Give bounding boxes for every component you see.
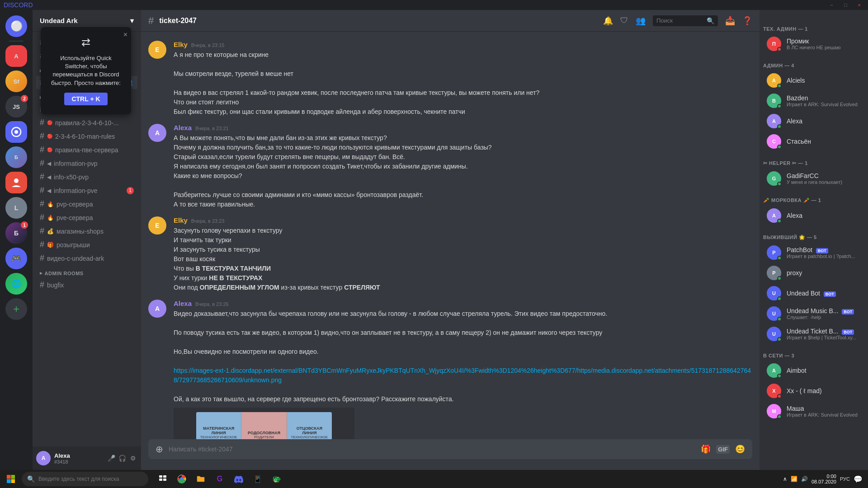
taskbar-app-discord[interactable] [230,470,248,488]
taskbar-search-input[interactable] [38,476,143,482]
search-input[interactable] [656,17,703,24]
add-server-button[interactable]: + [5,298,27,320]
mute-button[interactable]: 🎤 [107,454,116,463]
tray-network[interactable]: 📶 [791,476,797,482]
app-container: ⚪ A Sf JS 2 Б L Б 1 🎮 🌐 + [0,10,868,470]
add-attachment-btn[interactable]: ⊕ [156,444,163,455]
channel-item-pravila-2346[interactable]: # 🔴 правила-2-3-4-6-10-... [36,116,137,129]
server-icon-s6[interactable] [5,172,27,193]
member-gadifarcc[interactable]: G GadiFarCC У меня и гига полыхает) [763,169,864,188]
member-xx-mad[interactable]: Х Хх - ( ℓ mad) [763,381,864,401]
taskbar-right: ∧ 📶 🔊 0:00 08.07.2020 РУС 💬 [783,474,866,484]
member-alexa-admin[interactable]: A Alexa [763,111,864,131]
avatar-patchbot: P [767,245,781,260]
svg-rect-5 [7,479,11,483]
member-alexa-mork[interactable]: A Alexa [763,206,864,225]
notification-badge-s3: 2 [21,95,28,102]
member-bazden[interactable]: B Bazden Играет в ARK: Survival Evolved [763,91,864,111]
server-dropdown-icon[interactable]: ▾ [130,17,134,25]
bell-icon[interactable]: 🔔 [603,16,613,26]
time-display: 0:00 [811,474,836,479]
member-stasyon[interactable]: С Стасьён [763,131,864,151]
deafen-button[interactable]: 🎧 [118,454,127,463]
member-patchbot[interactable]: P PatchBot BOT Играет в patchbot.io | ?p… [763,243,864,263]
server-icon-s9[interactable]: 🎮 [5,248,27,269]
server-icon-s7[interactable]: L [5,197,27,219]
server-icon-s3[interactable]: JS 2 [5,96,27,117]
channel-item-magaziny[interactable]: # 💰 магазины-shops [36,225,137,238]
taskbar-time[interactable]: 0:00 08.07.2020 [811,474,836,484]
member-masha[interactable]: М Маша Играет в ARK: Survival Evolved [763,401,864,421]
member-undead-music-bot[interactable]: U Undead Music B... BOT Слушает: -help [763,304,864,324]
notification-center[interactable]: 💬 [854,475,863,483]
emoji-icon[interactable]: 😊 [735,444,745,454]
category-morkovka: 🥕 МОРКОВКА 🥕 — 1 [760,196,868,205]
user-avatar: A [36,451,51,465]
member-name-aimbot: Aimbot [787,367,861,374]
maximize-btn[interactable]: □ [840,2,851,8]
taskbar-app-viber[interactable]: 📱 [249,470,267,488]
member-status-masha: Играет в ARK: Survival Evolved [787,412,861,418]
close-btn[interactable]: × [854,2,864,8]
member-proxy[interactable]: P proxy [763,263,864,283]
server-icon-s8[interactable]: Б 1 [5,222,27,244]
channel-item-pravila-pve[interactable]: # 🔴 правила-пве-сервера [36,143,137,156]
category-teh-admin: ТЕХ. АДМИН — 1 [760,24,868,33]
member-info-aimbot: Aimbot [787,367,861,374]
message-input-area: ⊕ 🎁 GIF 😊 [141,439,760,470]
shield-icon[interactable]: 🛡 [620,16,628,25]
status-undead-music-bot [777,317,782,321]
server-icon-s1[interactable]: A [5,45,27,67]
member-status-bazden: Играет в ARK: Survival Evolved [787,102,861,107]
member-info-undead-ticket-bot: Undead Ticket B... BOT Играет в $help | … [787,328,861,340]
message-link[interactable]: https://images-ext-1.discordapp.net/exte… [174,367,751,384]
taskbar-app-chrome[interactable] [173,470,191,488]
inbox-icon[interactable]: 📥 [725,16,735,26]
status-alciels [777,84,782,88]
window-controls[interactable]: − □ × [826,2,864,8]
language-indicator[interactable]: РУС [840,476,850,482]
member-promik[interactable]: П Промик В ЛС ничего НЕ решаю [763,34,864,54]
taskbar-app-game[interactable]: G [211,470,229,488]
minimize-btn[interactable]: − [826,2,836,8]
settings-button[interactable]: ⚙ [128,454,137,463]
channel-item-information-pve[interactable]: # ◀ information-pve 1 [36,184,137,197]
channel-item-video-undead[interactable]: # видео-с-undead-ark [36,252,137,265]
channel-item-info-x50-pvp[interactable]: # ◀ info-x50-pvp [36,170,137,183]
start-button[interactable] [2,470,20,488]
gif-icon[interactable]: GIF [716,445,730,454]
member-undead-ticket-bot[interactable]: U Undead Ticket B... BOT Играет в $help … [763,324,864,344]
channel-item-bugfix[interactable]: # bugfix [36,278,137,291]
tray-sound[interactable]: 🔊 [801,476,808,482]
message-text-4: Видео доказывает,что засунула бы черепах… [174,309,752,404]
message-text-3: Засунуть голову черепахи в текстуру И та… [174,226,752,292]
taskbar-app-explorer[interactable] [192,470,210,488]
category-admin-rooms[interactable]: ▸ ADMIN ROOMS [33,268,141,278]
member-aimbot[interactable]: A Aimbot [763,361,864,380]
server-icon-s10[interactable]: 🌐 [5,273,27,295]
tooltip-close-btn[interactable]: × [123,32,127,39]
server-icon-s2[interactable]: Sf [5,70,27,92]
server-icon-s4[interactable] [5,121,27,143]
members-icon[interactable]: 👥 [636,16,646,26]
channel-item-rozygryshi[interactable]: # 🎁 розыгрыши [36,238,137,251]
help-icon[interactable]: ❓ [742,16,752,26]
status-undead-bot [777,296,782,301]
gift-icon[interactable]: 🎁 [701,444,711,454]
search-box[interactable]: 🔍 [653,15,718,26]
member-undead-bot[interactable]: U Undead Bot BOT [763,283,864,303]
server-icon-home[interactable]: ⚪ [5,15,27,37]
taskbar-app-taskview[interactable] [154,470,172,488]
channel-item-pve-servera[interactable]: # 🔥 pve-сервера [36,211,137,224]
member-status-patchbot: Играет в patchbot.io | ?patch... [787,253,861,259]
taskbar-search[interactable]: 🔍 [22,472,148,486]
svg-rect-3 [7,475,11,479]
tray-arrow[interactable]: ∧ [783,476,787,482]
server-icon-s5[interactable]: Б [5,146,27,168]
message-input[interactable] [169,446,701,453]
channel-item-information-pvp[interactable]: # ◀ information-pvp [36,157,137,170]
channel-item-pvp-servera[interactable]: # 🔥 pvp-сервера [36,197,137,211]
channel-item-2346-man-rules[interactable]: # 🔴 2-3-4-6-10-man-rules [36,130,137,143]
member-alciels[interactable]: A Alciels [763,70,864,90]
taskbar-app-other[interactable]: 🐲 [268,470,286,488]
